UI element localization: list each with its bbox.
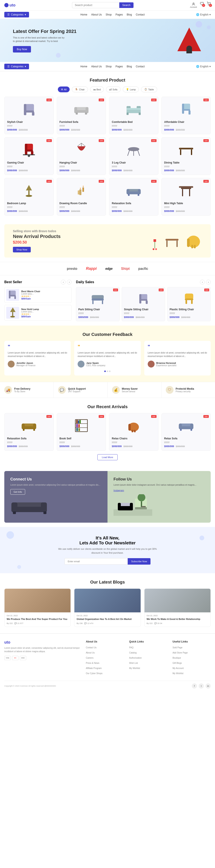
nav-about[interactable]: About Us [91, 13, 102, 16]
footer-quick-mywishlist[interactable]: My Wishlist [129, 666, 168, 670]
load-more-button[interactable]: Load More [97, 454, 118, 460]
footer-useful-wishlist[interactable]: My Wishlist [172, 671, 211, 675]
nav-blog[interactable]: Blog [127, 13, 132, 16]
nav-shop[interactable]: Shop [106, 13, 112, 16]
product-card-7[interactable]: sale 3 Leg Chair yyyyy $999/999 $999/999 [109, 137, 158, 175]
product-card-5[interactable]: sale Gaming Chair yyyyy $999/999 $999/99… [4, 137, 54, 175]
footer-quick-wishlist-a[interactable]: Wish List [129, 662, 138, 664]
footer-useful-addstore[interactable]: Add Store Page [172, 650, 211, 654]
footer-quick-catalog[interactable]: Catalog [129, 650, 168, 654]
daily-card-2[interactable]: sale Simple Sitting Chair yyyyy $999/999… [122, 287, 165, 321]
na-shop-btn[interactable]: Shop Now [13, 247, 31, 252]
twitter-icon[interactable]: t [199, 683, 204, 688]
wishlist-icon-btn[interactable]: 3 [200, 2, 204, 9]
nav-pages[interactable]: Pages [115, 13, 123, 16]
product-card-11[interactable]: sale Relaxation Sofa yyyyy $999/999 $999… [109, 178, 158, 216]
tab-lamp[interactable]: 💡 Lamp [123, 87, 139, 92]
best-seller-item-2[interactable]: New Hold Lamp Lorem ipsu... ★★★★☆ $89/Sa… [4, 305, 72, 320]
footer-link-about-a[interactable]: About Us [86, 652, 95, 654]
recent-card-1[interactable]: sale Relaxation Sofa yyyyy $999/999 $999… [4, 413, 54, 451]
nav2-blog[interactable]: Blog [127, 65, 132, 68]
product-card-8[interactable]: sale Dining Table yyyyy $999/999 $999/99… [162, 137, 211, 175]
site-logo[interactable]: uto [4, 3, 15, 7]
tab-table[interactable]: 🪞 Table [141, 87, 157, 92]
footer-useful-boutique-a[interactable]: Boutique [172, 657, 181, 659]
footer-link-press-a[interactable]: Press & News [86, 662, 99, 664]
footer-quick-catalog-a[interactable]: Catalog [129, 652, 137, 654]
footer-link-careers[interactable]: Careers [86, 656, 124, 659]
footer-quick-faq-a[interactable]: FAQ [129, 646, 134, 649]
facebook-icon[interactable]: f [192, 683, 197, 688]
recent-card-2[interactable]: sale Book Self yyyyy $999/999 [57, 413, 106, 451]
footer-quick-faq[interactable]: FAQ [129, 645, 168, 649]
categories-btn[interactable]: ☰ Categories ▾ [4, 12, 29, 18]
footer-link-press[interactable]: Press & News [86, 661, 124, 665]
footer-quick-auth-a[interactable]: Authorization [129, 657, 142, 659]
language-selector[interactable]: 🌐 English ▾ [196, 13, 211, 16]
footer-useful-addstore-a[interactable]: Add Store Page [172, 652, 188, 654]
newsletter-subscribe-button[interactable]: Subscribe Now [128, 558, 150, 565]
footer-useful-boutique[interactable]: Boutique [172, 656, 211, 659]
footer-link-affiliate[interactable]: Affiliate Program [86, 666, 124, 670]
footer-link-careers-a[interactable]: Careers [86, 657, 94, 659]
categories-btn-2[interactable]: ☰ Categories ▾ [4, 64, 29, 69]
footer-useful-blogs-a[interactable]: Gift Blogs [172, 662, 182, 664]
recent-card-3[interactable]: sale Relax Chairs yyyyy $999/999 $999/99… [109, 413, 158, 451]
hero-cta-button[interactable]: Buy Now [13, 46, 31, 53]
daily-prev[interactable]: ‹ [200, 280, 205, 284]
product-card-3[interactable]: sale Comfortable Bed yyyyy $999/999 $999… [109, 97, 158, 134]
product-card-6[interactable]: sale Hanging Chair yyyyy $999/999 $999/9… [57, 137, 106, 175]
nav2-shop[interactable]: Shop [106, 65, 112, 68]
best-seller-prev[interactable]: ‹ [61, 280, 66, 284]
daily-card-3[interactable]: sale Plastic Sitting Chair yyyyy $999/99… [167, 287, 211, 321]
footer-link-contact[interactable]: Contact Us [86, 645, 124, 649]
nav2-about[interactable]: About Us [91, 65, 102, 68]
footer-useful-sold[interactable]: Sold Page [172, 645, 211, 649]
footer-link-cybershop-a[interactable]: Our Cyber Shops [86, 672, 102, 675]
dot-3[interactable] [109, 371, 110, 372]
language-selector-2[interactable]: 🌐 English ▾ [196, 65, 211, 68]
nav2-home[interactable]: Home [80, 65, 87, 68]
search-input[interactable] [72, 2, 119, 8]
footer-useful-sold-a[interactable]: Sold Page [172, 646, 182, 649]
best-seller-next[interactable]: › [67, 280, 72, 284]
daily-next[interactable]: › [206, 280, 211, 284]
nav2-pages[interactable]: Pages [115, 65, 123, 68]
footer-quick-auth[interactable]: Authorization [129, 656, 168, 659]
footer-useful-account[interactable]: My Account [172, 666, 211, 670]
product-card-10[interactable]: sale Drawing Room Candle yyyyy $999/999 … [57, 178, 106, 216]
product-card-2[interactable]: sale Furnished Sofa yyyyy $999/999 $999/… [57, 97, 106, 134]
nav-contact[interactable]: Contact [136, 13, 144, 16]
newsletter-email-input[interactable] [65, 558, 128, 565]
product-card-1[interactable]: sale Stylish Chair yyyyy $999/999 $999/9… [4, 97, 54, 134]
search-button[interactable]: Search [119, 2, 134, 8]
product-card-12[interactable]: sale Mini High Table yyyyy $999/999 $999… [162, 178, 211, 216]
tab-chair[interactable]: 🪑 Chair [72, 87, 88, 92]
tab-bed[interactable]: 🛏 Bed [90, 87, 104, 92]
footer-useful-wishlist-a[interactable]: My Wishlist [172, 672, 183, 675]
dot-1[interactable] [104, 371, 106, 372]
nav-home[interactable]: Home [80, 13, 87, 16]
nav2-contact[interactable]: Contact [136, 65, 144, 68]
blog-card-1[interactable]: Oct 22, 2022 We Produce The Best And The… [4, 588, 71, 627]
footer-useful-account-a[interactable]: My Account [172, 667, 184, 670]
follow-link[interactable]: Instagram [113, 489, 124, 492]
blog-card-3[interactable]: Oct 22, 2022 We Work To Make A Good & Be… [144, 588, 211, 627]
best-seller-item-1[interactable]: Best Warm Chair Lorem ipsu... ★★★★☆ $89/… [4, 287, 72, 303]
footer-quick-wishlist[interactable]: Wish List [129, 661, 168, 665]
footer-useful-blogs[interactable]: Gift Blogs [172, 661, 211, 665]
cart-icon-btn[interactable]: 2 [207, 2, 211, 9]
footer-link-cybershop[interactable]: Our Cyber Shops [86, 671, 124, 675]
footer-link-contact-a[interactable]: Contact Us [86, 646, 96, 649]
tab-sofa[interactable]: 🛋 Sofa [106, 87, 120, 92]
recent-card-4[interactable]: sale Relax Sofa yyyyy $999/999 $999/999 [162, 413, 211, 451]
footer-link-affiliate-a[interactable]: Affiliate Program [86, 667, 102, 670]
tab-all[interactable]: ⊞ All [58, 87, 70, 92]
blog-card-2[interactable]: Oct 22, 2022 Global Organization Has To … [74, 588, 141, 627]
footer-quick-mywishlist-a[interactable]: My Wishlist [129, 667, 140, 670]
dot-2[interactable] [107, 371, 108, 372]
connect-cta-button[interactable]: Get Info [10, 489, 25, 495]
instagram-icon[interactable]: in [206, 683, 211, 688]
footer-link-about[interactable]: About Us [86, 650, 124, 654]
product-card-9[interactable]: sale Bedroom Lamp yyyyy $999/999 $999/99… [4, 178, 54, 216]
